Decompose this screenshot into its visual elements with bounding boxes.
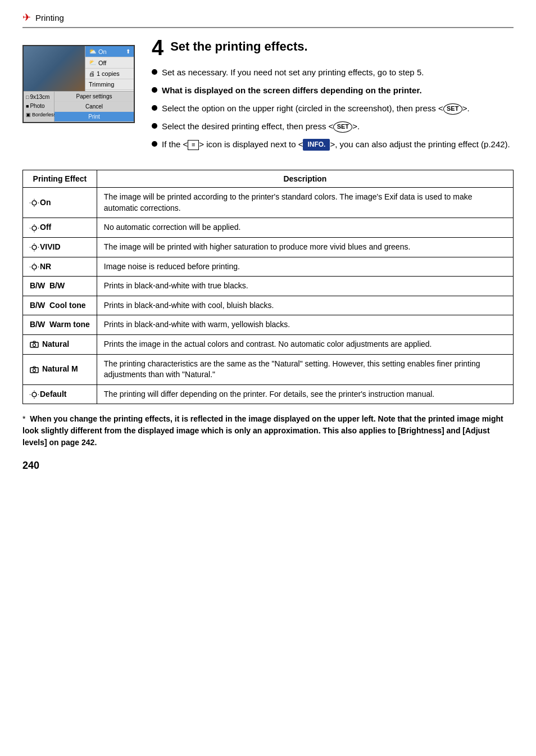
on-label: On: [98, 48, 107, 55]
bullet-text-5: If the <≡> icon is displayed next to <IN…: [162, 138, 514, 151]
table-row: VIVID The image will be printed with hig…: [23, 238, 514, 257]
menu-icon-box: ≡: [188, 140, 199, 150]
step-bullets: Set as necessary. If you need not set an…: [152, 66, 514, 151]
natural-m-cam-icon: [30, 366, 39, 374]
trimming-label: Trimming: [89, 81, 114, 88]
main-content: ⛅ On ⬆ ⛅ Off 🖨 1 copies Trimming: [22, 39, 514, 156]
camera-ui-screenshot: ⛅ On ⬆ ⛅ Off 🖨 1 copies Trimming: [22, 45, 140, 156]
effect-off: Off: [23, 218, 97, 238]
size-label: 9x13cm: [30, 94, 49, 100]
page-number: 240: [22, 460, 514, 472]
footer-note-text: When you change the printing effects, it…: [22, 414, 503, 447]
asterisk: *: [22, 414, 25, 423]
svg-point-25: [33, 369, 36, 372]
on-icon: ⛅: [89, 48, 97, 55]
step-header: 4 Set the printing effects.: [152, 39, 514, 58]
svg-point-10: [32, 245, 37, 250]
type-icon: ■: [26, 103, 29, 109]
effect-natural: Natural: [23, 335, 97, 355]
step-content: 4 Set the printing effects. Set as neces…: [152, 39, 514, 156]
header-divider: [22, 27, 514, 28]
off-label: Off: [98, 60, 106, 66]
bullet-dot-1: [152, 69, 157, 75]
effect-default: Default: [23, 384, 97, 404]
bullet-text-1: Set as necessary. If you need not set an…: [162, 66, 514, 79]
copies-icon: 🖨: [89, 70, 95, 77]
camera-action-buttons: Paper settings Cancel Print: [54, 92, 134, 122]
bullet-item-4: Select the desired printing effect, then…: [152, 120, 514, 133]
effect-natural-m-desc: The printing characteristics are the sam…: [97, 354, 513, 384]
page-title: Printing: [35, 13, 64, 22]
border-setting: ▣ Borderless: [26, 111, 52, 119]
set-badge-1: SET: [443, 103, 462, 115]
camera-settings-left: □ 9x13cm ■ Photo ▣ Borderless: [24, 92, 54, 122]
off-icon: ⛅: [89, 59, 97, 66]
effect-nr: NR: [23, 257, 97, 277]
effect-bw-warm: B/W Warm tone: [23, 315, 97, 335]
size-icon: □: [26, 94, 29, 100]
effect-natural-desc: Prints the image in the actual colors an…: [97, 335, 513, 355]
svg-point-26: [32, 392, 37, 397]
table-row: Off No automatic correction will be appl…: [23, 218, 514, 238]
paper-settings-btn: Paper settings: [54, 92, 134, 102]
camera-menu: ⛅ On ⬆ ⛅ Off 🖨 1 copies Trimming: [85, 46, 134, 91]
default-effect-icon: [30, 391, 39, 399]
table-row: B/W Warm tone Prints in black-and-white …: [23, 315, 514, 335]
print-btn: Print: [54, 112, 134, 122]
menu-item-off: ⛅ Off: [85, 57, 134, 69]
nr-effect-icon: [30, 263, 39, 271]
table-row: On The image will be printed according t…: [23, 188, 514, 218]
effect-natural-m: Natural M: [23, 354, 97, 384]
info-badge: INFO.: [303, 139, 330, 151]
effect-bw-cool-desc: Prints in black-and-white with cool, blu…: [97, 296, 513, 315]
bullet-dot-4: [152, 123, 157, 129]
effect-nr-desc: Image noise is reduced before printing.: [97, 257, 513, 277]
effect-on: On: [23, 188, 97, 218]
svg-point-5: [32, 226, 37, 230]
table-header-description: Description: [97, 170, 513, 188]
set-badge-2: SET: [333, 121, 352, 133]
effect-default-desc: The printing will differ depending on th…: [97, 384, 513, 404]
table-header-effect: Printing Effect: [23, 170, 97, 188]
effect-off-desc: No automatic correction will be applied.: [97, 218, 513, 238]
printing-icon: ✈: [22, 11, 31, 24]
bullet-item-1: Set as necessary. If you need not set an…: [152, 66, 514, 79]
type-setting: ■ Photo: [26, 102, 52, 111]
bullet-text-2: What is displayed on the screen differs …: [162, 84, 514, 97]
natural-cam-icon: [30, 341, 39, 348]
menu-item-trimming: Trimming: [85, 79, 134, 90]
vivid-effect-icon: [30, 243, 39, 251]
bullet-text-4: Select the desired printing effect, then…: [162, 120, 514, 133]
bullet-item-2: What is displayed on the screen differs …: [152, 84, 514, 97]
bullet-dot-3: [152, 105, 157, 111]
camera-screen: ⛅ On ⬆ ⛅ Off 🖨 1 copies Trimming: [22, 45, 135, 123]
copies-label: 1 copies: [97, 70, 120, 77]
table-row: Natural M The printing characteristics a…: [23, 354, 514, 384]
bullet-text-3: Select the option on the upper right (ci…: [162, 102, 514, 115]
table-row: Natural Prints the image in the actual c…: [23, 335, 514, 355]
camera-image-preview: [24, 46, 85, 91]
bullet-dot-2: [152, 87, 157, 93]
cancel-btn: Cancel: [54, 102, 134, 112]
effect-bw: B/W B/W: [23, 277, 97, 296]
effect-vivid-desc: The image will be printed with higher sa…: [97, 238, 513, 257]
menu-item-copies: 🖨 1 copies: [85, 69, 134, 79]
svg-point-0: [32, 201, 37, 205]
step-title: Set the printing effects.: [170, 39, 307, 54]
effect-vivid: VIVID: [23, 238, 97, 257]
svg-point-15: [32, 265, 37, 269]
effect-bw-desc: Prints in black-and-white with true blac…: [97, 277, 513, 296]
type-label: Photo: [30, 103, 44, 109]
step-number: 4: [152, 37, 163, 58]
on-effect-icon: [30, 199, 39, 207]
svg-point-22: [33, 344, 36, 347]
off-effect-icon: [30, 224, 39, 232]
border-icon: ▣: [26, 112, 31, 117]
page-header: ✈ Printing: [22, 11, 514, 24]
table-row: B/W Cool tone Prints in black-and-white …: [23, 296, 514, 315]
border-label: Borderless: [32, 112, 56, 117]
size-setting: □ 9x13cm: [26, 93, 52, 102]
table-row: Default The printing will differ dependi…: [23, 384, 514, 404]
effect-bw-warm-desc: Prints in black-and-white with warm, yel…: [97, 315, 513, 335]
bullet-item-3: Select the option on the upper right (ci…: [152, 102, 514, 115]
